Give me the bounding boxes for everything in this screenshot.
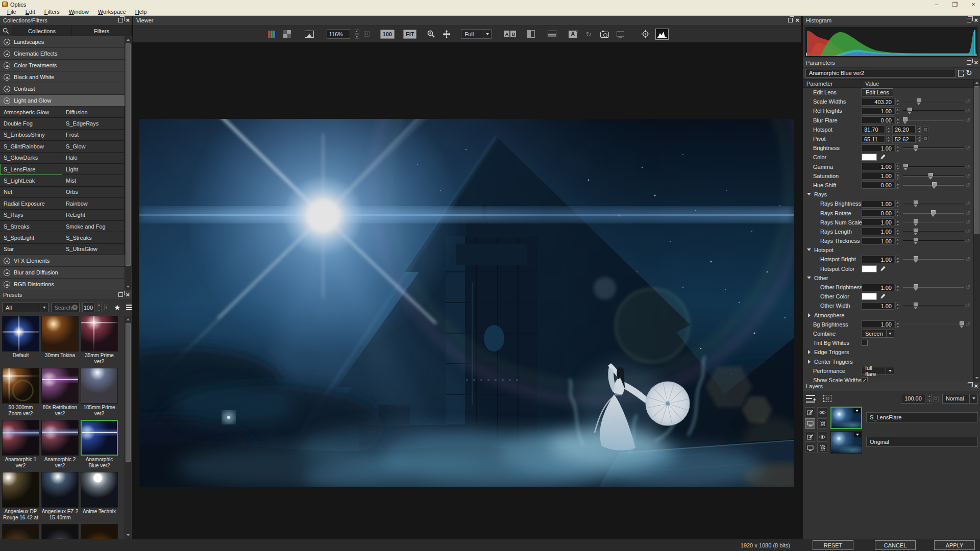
spin-down-icon[interactable] xyxy=(895,241,899,244)
menu-edit[interactable]: Edit xyxy=(21,9,40,15)
param-value-field[interactable]: 1.00 xyxy=(862,218,894,226)
chevron-down-icon[interactable] xyxy=(853,408,861,413)
reset-param-icon[interactable]: ↺ xyxy=(965,238,970,244)
close-panel-icon[interactable]: × xyxy=(974,383,978,389)
section-expanded-icon[interactable] xyxy=(807,277,811,281)
preset-item[interactable]: 50-300mm Zoom ver2 xyxy=(2,368,39,417)
slider-thumb[interactable] xyxy=(914,238,918,241)
add-layer-icon[interactable] xyxy=(806,395,815,403)
preset-category-dropdown[interactable]: All xyxy=(2,303,48,312)
close-button[interactable]: × xyxy=(970,1,977,8)
preset-item[interactable]: 35mm Prime ver2 xyxy=(81,316,118,365)
param-slider[interactable] xyxy=(903,107,964,114)
value-spinner[interactable] xyxy=(895,172,899,180)
layer-opacity-field[interactable]: 100.00 xyxy=(901,394,925,404)
param-value-field[interactable]: 1.00 xyxy=(862,228,894,235)
spin-down-icon[interactable] xyxy=(895,176,899,180)
section-expanded-icon[interactable] xyxy=(807,193,811,197)
eyedropper-icon[interactable] xyxy=(879,154,886,161)
value-spinner[interactable] xyxy=(895,209,899,216)
spin-down-icon[interactable] xyxy=(895,102,899,105)
param-slider[interactable] xyxy=(903,163,964,170)
scroll-up-arrow[interactable] xyxy=(974,80,980,86)
reset-param-icon[interactable]: ↺ xyxy=(965,303,970,309)
value-spinner[interactable] xyxy=(895,107,899,114)
layer-visibility-icon[interactable] xyxy=(817,407,827,417)
category-black-and-white[interactable]: Black and White xyxy=(0,71,125,83)
float-panel-icon[interactable] xyxy=(118,18,123,22)
scroll-down-arrow[interactable] xyxy=(974,375,980,381)
layer-row-original[interactable]: Original xyxy=(804,431,979,454)
value-spinner[interactable] xyxy=(895,98,899,105)
preset-item[interactable] xyxy=(41,524,79,539)
preset-item[interactable]: Angenieux EZ-2 15-40mm xyxy=(41,472,79,521)
reset-param-icon[interactable]: ↺ xyxy=(965,210,970,216)
category-blur-and-diffusion[interactable]: Blur and Diffusion xyxy=(0,267,125,279)
spin-down-icon[interactable] xyxy=(917,139,921,142)
spin-up-icon[interactable] xyxy=(917,135,921,139)
param-slider[interactable] xyxy=(903,228,964,235)
spin-down-icon[interactable] xyxy=(895,232,899,235)
tab-filters[interactable]: Filters xyxy=(72,26,132,36)
histogram-toggle-button[interactable] xyxy=(655,29,669,40)
spin-up-icon[interactable] xyxy=(895,172,899,176)
collections-scrollbar[interactable] xyxy=(125,36,131,290)
section-expanded-icon[interactable] xyxy=(807,248,811,253)
spin-down-icon[interactable] xyxy=(917,130,921,133)
slider-thumb[interactable] xyxy=(914,229,918,232)
spin-down-icon[interactable] xyxy=(895,167,899,170)
filter-s_lightleak[interactable]: S_LightLeak xyxy=(0,175,62,186)
spin-up-icon[interactable] xyxy=(895,284,899,287)
slider-thumb[interactable] xyxy=(928,173,933,177)
slider-thumb[interactable] xyxy=(917,98,921,102)
spin-up-icon[interactable] xyxy=(895,302,899,306)
slider-thumb[interactable] xyxy=(914,201,918,204)
preset-item[interactable] xyxy=(81,524,118,539)
filter-s_glowdarks[interactable]: S_GlowDarks xyxy=(0,153,62,164)
param-slider[interactable] xyxy=(903,302,964,309)
filter-s_spotlight[interactable]: S_SpotLight xyxy=(0,232,62,243)
maximize-button[interactable]: ❐ xyxy=(951,1,959,8)
param-value-field[interactable]: 0.00 xyxy=(862,181,894,189)
filter-double-fog[interactable]: Double Fog xyxy=(0,118,62,129)
spin-down-icon[interactable] xyxy=(895,306,899,309)
param-y-field[interactable]: 52.62 xyxy=(892,135,916,143)
value-spinner[interactable] xyxy=(917,135,921,142)
blend-mode-dropdown[interactable]: Normal xyxy=(942,394,978,404)
reset-param-icon[interactable]: ↺ xyxy=(965,201,970,207)
snapshot-a-icon[interactable]: A xyxy=(567,29,578,39)
param-slider[interactable] xyxy=(903,200,964,207)
param-value-field[interactable]: 1.00 xyxy=(862,172,894,180)
viewer-image[interactable] xyxy=(139,119,794,487)
value-spinner[interactable] xyxy=(895,163,899,170)
layer-edit-icon[interactable] xyxy=(805,407,815,417)
eyedropper-icon[interactable] xyxy=(879,293,886,300)
scrollbar-thumb[interactable] xyxy=(126,43,131,266)
param-value-field[interactable]: 1.00 xyxy=(862,107,894,115)
clear-search-icon[interactable]: × xyxy=(72,305,78,310)
layer-visibility-icon[interactable] xyxy=(817,432,827,442)
layer-monitor-icon[interactable] xyxy=(805,443,815,453)
preset-item[interactable]: 30mm Tokina xyxy=(41,316,79,365)
category-color-treatments[interactable]: Color Treatments xyxy=(0,60,125,71)
filter-rainbow[interactable]: Rainbow xyxy=(62,198,125,209)
value-spinner[interactable] xyxy=(895,321,899,328)
float-panel-icon[interactable] xyxy=(967,384,971,388)
xy-reset-button[interactable] xyxy=(923,136,928,141)
presets-scrollbar[interactable] xyxy=(125,316,131,539)
spin-up-icon[interactable] xyxy=(895,321,899,324)
param-slider[interactable] xyxy=(903,182,964,189)
filter-light[interactable]: Light xyxy=(62,164,125,175)
param-value-field[interactable]: 1.00 xyxy=(862,284,894,291)
count-spinner[interactable] xyxy=(97,303,102,312)
category-light-and-glow[interactable]: Light and Glow xyxy=(0,95,125,107)
reset-param-icon[interactable]: ↺ xyxy=(965,256,970,262)
zoom-level-field[interactable]: 116% xyxy=(327,29,350,39)
split-horizontal-icon[interactable] xyxy=(546,29,557,39)
spin-down-icon[interactable] xyxy=(895,222,899,226)
filter-halo[interactable]: Halo xyxy=(62,153,125,164)
param-checkbox[interactable] xyxy=(862,340,868,346)
color-swatch[interactable] xyxy=(862,293,877,300)
menu-filters[interactable]: Filters xyxy=(40,9,64,15)
spin-down-icon[interactable] xyxy=(895,185,899,189)
